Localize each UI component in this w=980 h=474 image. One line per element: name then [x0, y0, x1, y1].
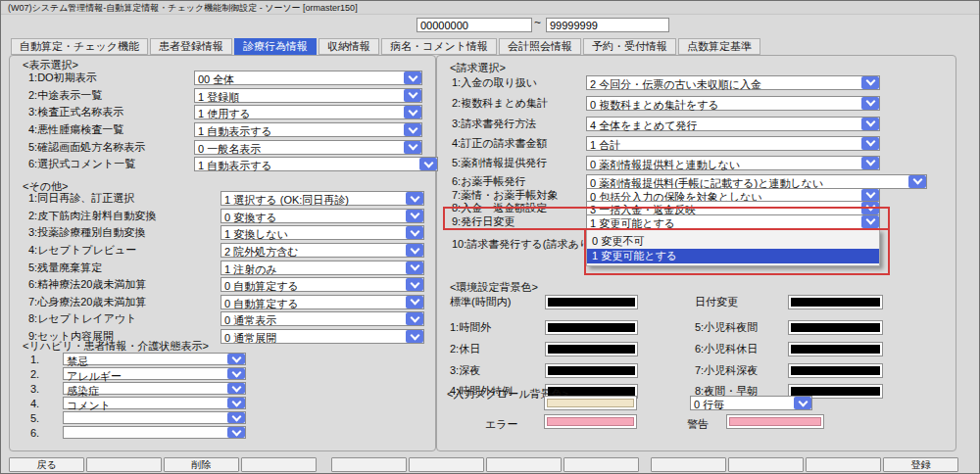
chevron-down-icon[interactable]: [227, 368, 245, 379]
tab-payment-info[interactable]: 収納情報: [318, 38, 379, 55]
blank-button[interactable]: [564, 457, 639, 472]
chevron-down-icon[interactable]: [908, 175, 926, 188]
other-select-9[interactable]: 0 通常展開: [220, 329, 424, 344]
chevron-down-icon[interactable]: [406, 210, 423, 222]
dropdown-option-selected[interactable]: 1 変更可能とする: [587, 249, 879, 263]
chevron-down-icon[interactable]: [406, 244, 423, 257]
display-select-4[interactable]: 1 自動表示する: [194, 122, 422, 137]
tab-reservation-reception[interactable]: 予約・受付情報: [583, 38, 676, 55]
tab-disease-comment-info[interactable]: 病名・コメント情報: [381, 38, 497, 55]
rehab-select-4[interactable]: コメント: [63, 397, 246, 409]
rehab-select-1[interactable]: 禁忌: [63, 353, 246, 365]
color-swatch-5[interactable]: [788, 320, 883, 335]
other-select-4[interactable]: 2 院外処方含む: [220, 243, 424, 258]
rehab-select-3[interactable]: 感染症: [63, 382, 246, 395]
color-swatch-standard[interactable]: [545, 295, 638, 309]
tab-score-calc-standard[interactable]: 点数算定基準: [678, 38, 760, 55]
chevron-down-icon[interactable]: [406, 278, 423, 291]
chevron-down-icon[interactable]: [861, 76, 879, 89]
line-interval-select[interactable]: 0 行毎: [690, 396, 812, 410]
delete-button[interactable]: 削除: [164, 457, 239, 472]
color-swatch-error[interactable]: [544, 414, 637, 429]
color-row: 7:小児科深夜: [695, 362, 930, 378]
chevron-down-icon[interactable]: [227, 398, 245, 408]
color-swatch-date-change[interactable]: [788, 295, 883, 309]
chevron-down-icon[interactable]: [861, 97, 879, 110]
setting-row: 2:複数科まとめ集計 0 複数科まとめ集計をする: [452, 95, 952, 111]
other-select-8[interactable]: 0 通常表示: [220, 311, 424, 326]
chevron-down-icon[interactable]: [404, 89, 421, 102]
chevron-down-icon[interactable]: [406, 192, 423, 205]
other-select-7[interactable]: 0 自動算定する: [220, 295, 424, 309]
color-swatch-3[interactable]: [545, 363, 638, 378]
blank-button[interactable]: [241, 457, 317, 472]
color-swatch-normal[interactable]: [544, 396, 637, 410]
chevron-down-icon[interactable]: [227, 412, 245, 423]
tab-accounting-inquiry[interactable]: 会計照会情報: [499, 38, 581, 55]
setting-row: 6:選択式コメント一覧 1 自動表示する: [28, 156, 438, 173]
billing-select-4[interactable]: 1 合計: [586, 136, 880, 151]
chevron-down-icon[interactable]: [406, 226, 423, 239]
color-swatch-1[interactable]: [545, 320, 638, 335]
chevron-down-icon[interactable]: [404, 141, 421, 154]
display-select-1[interactable]: 00 全体: [194, 71, 422, 85]
chevron-down-icon[interactable]: [861, 137, 879, 150]
billing-select-9-issue-date-change[interactable]: 1 変更可能とする: [586, 214, 880, 229]
range-from-input[interactable]: [416, 18, 532, 32]
setting-row: 6.: [30, 425, 246, 440]
dropdown-option[interactable]: 0 変更不可: [587, 234, 879, 249]
chevron-down-icon[interactable]: [861, 118, 879, 130]
blank-button[interactable]: [728, 457, 804, 472]
chevron-down-icon[interactable]: [406, 296, 423, 308]
back-button[interactable]: 戻る: [9, 457, 84, 472]
chevron-down-icon[interactable]: [404, 106, 421, 118]
color-row: 2:休日: [450, 341, 685, 356]
blank-button[interactable]: [409, 457, 484, 472]
chevron-down-icon[interactable]: [406, 312, 423, 325]
blank-button[interactable]: [651, 457, 726, 472]
chevron-down-icon[interactable]: [227, 354, 245, 364]
chevron-down-icon[interactable]: [406, 330, 423, 343]
blank-button[interactable]: [331, 457, 407, 472]
tab-medical-treatment-info[interactable]: 診療行為情報: [234, 38, 317, 55]
chevron-down-icon[interactable]: [227, 427, 245, 438]
chevron-down-icon[interactable]: [404, 123, 421, 136]
chevron-down-icon[interactable]: [227, 383, 245, 394]
other-select-3[interactable]: 1 変換しない: [220, 225, 424, 240]
setting-row: 5:確認画面処方名称表示 0 一般名表示: [28, 138, 438, 156]
rehab-select-2[interactable]: アレルギー: [63, 367, 246, 380]
chevron-down-icon[interactable]: [404, 71, 421, 84]
chevron-down-icon[interactable]: [419, 158, 437, 170]
chevron-down-icon[interactable]: [406, 261, 423, 274]
tab-patient-registration[interactable]: 患者登録情報: [150, 38, 232, 55]
display-select-5[interactable]: 0 一般名表示: [194, 140, 422, 155]
color-swatch-6[interactable]: [788, 342, 883, 356]
chevron-down-icon[interactable]: [861, 157, 879, 169]
display-select-3[interactable]: 1 使用する: [194, 105, 422, 119]
billing-select-5[interactable]: 0 薬剤情報提供料と連動しない: [586, 156, 880, 170]
other-select-1[interactable]: 1 選択する (OK:同日再診): [220, 191, 424, 206]
range-to-input[interactable]: [546, 18, 669, 32]
billing-select-1[interactable]: 2 今回分・伝票の古い未収順に入金: [586, 75, 880, 90]
other-select-2[interactable]: 0 変換する: [220, 209, 424, 223]
register-button[interactable]: 登録: [883, 457, 958, 472]
blank-button[interactable]: [86, 457, 162, 472]
blank-button[interactable]: [806, 457, 881, 472]
blank-button[interactable]: [486, 457, 562, 472]
chevron-down-icon[interactable]: [794, 397, 811, 409]
chevron-down-icon[interactable]: [861, 202, 879, 214]
rehab-select-5[interactable]: [63, 411, 246, 424]
other-select-5[interactable]: 1 注射のみ: [220, 261, 424, 275]
color-swatch-2[interactable]: [545, 342, 638, 356]
display-select-2[interactable]: 1 登録順: [194, 88, 422, 103]
color-swatch-7[interactable]: [788, 363, 883, 378]
color-swatch-warning[interactable]: [726, 414, 824, 429]
display-select-6[interactable]: 1 自動表示する: [194, 157, 438, 171]
chevron-down-icon[interactable]: [861, 215, 879, 228]
billing-select-2[interactable]: 0 複数科まとめ集計をする: [586, 96, 880, 111]
other-select-6[interactable]: 0 自動算定する: [220, 277, 424, 292]
setting-row: 2. アレルギー: [30, 366, 246, 381]
rehab-select-6[interactable]: [63, 426, 246, 439]
billing-select-3[interactable]: 4 全体をまとめて発行: [586, 117, 880, 131]
tab-auto-calc-check[interactable]: 自動算定・チェック機能: [11, 38, 148, 55]
